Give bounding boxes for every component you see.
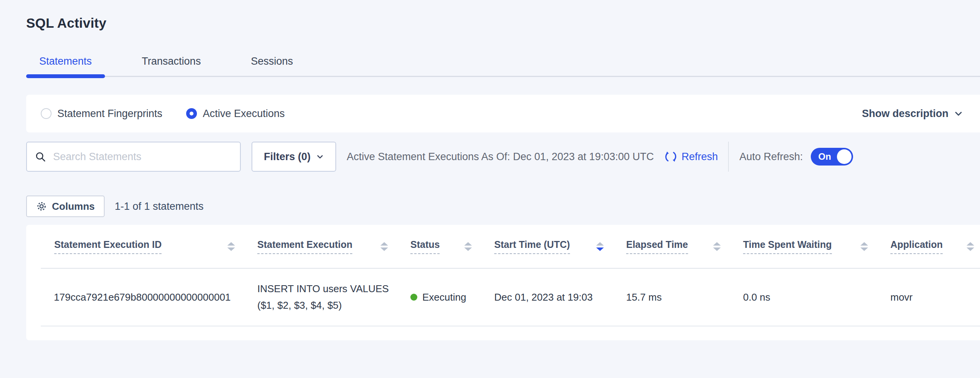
column-header-status[interactable]: Status — [410, 225, 494, 268]
table-header-row: Statement Execution ID Statement Executi… — [41, 225, 980, 268]
cell-start-time: Dec 01, 2023 at 19:03 — [494, 268, 626, 326]
radio-unselected-icon[interactable] — [41, 108, 52, 119]
show-description-label: Show description — [862, 108, 948, 120]
filters-button[interactable]: Filters (0) — [252, 142, 336, 172]
table-row: 179cca7921e679b80000000000000001 INSERT … — [41, 268, 980, 326]
column-header-statement-execution[interactable]: Statement Execution — [257, 225, 410, 268]
column-header-start-time[interactable]: Start Time (UTC) — [494, 225, 626, 268]
page-title: SQL Activity — [26, 0, 980, 31]
column-header-application[interactable]: Application — [890, 225, 980, 268]
as-of-text: Active Statement Executions As Of: Dec 0… — [347, 151, 654, 163]
columns-button-label: Columns — [52, 201, 95, 212]
status-label: Executing — [422, 291, 466, 303]
refresh-link[interactable]: Refresh — [682, 151, 718, 163]
view-mode-radio-group: Statement Fingerprints Active Executions — [41, 108, 285, 120]
filters-button-label: Filters (0) — [264, 151, 311, 163]
search-icon — [35, 151, 46, 162]
auto-refresh-toggle-state: On — [818, 151, 831, 162]
controls-row: Filters (0) Active Statement Executions … — [26, 142, 980, 172]
radio-selected-icon[interactable] — [186, 108, 197, 119]
columns-button[interactable]: Columns — [26, 196, 105, 217]
cell-time-spent-waiting: 0.0 ns — [743, 268, 890, 326]
radio-active-executions[interactable]: Active Executions — [186, 108, 285, 120]
tab-bar: Statements Transactions Sessions — [26, 55, 980, 77]
auto-refresh-section: Auto Refresh: On — [740, 148, 853, 166]
show-description-button[interactable]: Show description — [860, 107, 965, 120]
refresh-icon[interactable] — [664, 150, 678, 164]
cell-elapsed-time: 15.7 ms — [626, 268, 743, 326]
tab-transactions[interactable]: Transactions — [129, 55, 214, 76]
sort-arrows-icon[interactable] — [380, 242, 388, 251]
tab-sessions[interactable]: Sessions — [238, 55, 306, 76]
result-count: 1-1 of 1 statements — [115, 201, 203, 212]
table-toolbar: Columns 1-1 of 1 statements — [26, 196, 980, 217]
auto-refresh-label: Auto Refresh: — [740, 151, 803, 163]
radio-statement-fingerprints[interactable]: Statement Fingerprints — [41, 108, 162, 120]
radio-active-executions-label: Active Executions — [203, 108, 285, 120]
cell-status: Executing — [410, 268, 494, 326]
chevron-down-icon — [316, 153, 324, 161]
column-header-time-spent-waiting[interactable]: Time Spent Waiting — [743, 225, 890, 268]
tab-transactions-label: Transactions — [142, 55, 201, 67]
cell-execution-id: 179cca7921e679b80000000000000001 — [41, 268, 257, 326]
sort-arrows-icon[interactable] — [713, 242, 721, 251]
chevron-down-icon — [954, 109, 963, 118]
toggle-knob[interactable] — [837, 149, 852, 164]
status-dot-icon — [410, 294, 417, 301]
view-mode-card: Statement Fingerprints Active Executions… — [26, 95, 980, 132]
sort-arrows-icon[interactable] — [464, 242, 472, 251]
column-header-elapsed-time[interactable]: Elapsed Time — [626, 225, 743, 268]
statements-table-card: Statement Execution ID Statement Executi… — [26, 225, 980, 340]
cell-application: movr — [890, 268, 980, 326]
vertical-divider — [728, 142, 729, 172]
search-box[interactable] — [26, 142, 241, 172]
sort-arrows-icon[interactable] — [596, 242, 604, 251]
as-of-section: Active Statement Executions As Of: Dec 0… — [347, 150, 718, 164]
column-header-statement-execution-id[interactable]: Statement Execution ID — [41, 225, 257, 268]
gear-icon — [36, 201, 47, 212]
cell-statement[interactable]: INSERT INTO users VALUES ($1, $2, $3, $4… — [257, 268, 410, 326]
sql-activity-page: SQL Activity Statements Transactions Ses… — [0, 0, 980, 340]
statements-table: Statement Execution ID Statement Executi… — [41, 225, 980, 326]
sort-arrows-icon[interactable] — [860, 242, 868, 251]
auto-refresh-toggle[interactable]: On — [811, 148, 853, 166]
tab-sessions-label: Sessions — [251, 55, 293, 67]
radio-statement-fingerprints-label: Statement Fingerprints — [57, 108, 162, 120]
search-input[interactable] — [52, 151, 232, 163]
tab-statements-label: Statements — [39, 55, 92, 67]
tab-statements[interactable]: Statements — [26, 55, 105, 76]
sort-arrows-icon[interactable] — [967, 242, 974, 251]
sort-arrows-icon[interactable] — [227, 242, 235, 251]
